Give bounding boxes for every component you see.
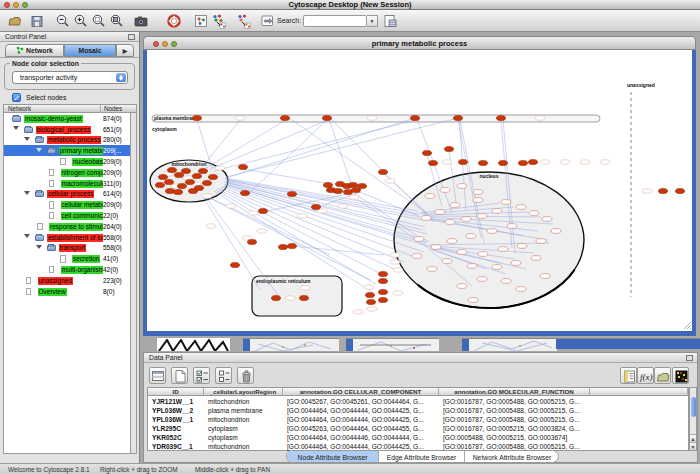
- graph-node[interactable]: [658, 188, 667, 193]
- tree-row[interactable]: multi-organism process42(0): [4, 264, 130, 275]
- table-row[interactable]: YJR121W__1mitochondrion[GO:0045267, GO:0…: [148, 397, 688, 406]
- graph-node[interactable]: [258, 208, 267, 213]
- graph-node-outline[interactable]: [435, 210, 445, 215]
- graph-node[interactable]: [453, 115, 462, 120]
- table-row[interactable]: YKR052Ccytoplasm[GO:0044464, GO:0044446,…: [148, 433, 688, 442]
- graph-node-outline[interactable]: [431, 245, 441, 250]
- search-input[interactable]: [303, 15, 367, 27]
- import-attributes-icon[interactable]: [654, 367, 671, 384]
- graph-node[interactable]: [177, 183, 186, 188]
- tab-edge-attribute-browser[interactable]: Edge Attribute Browser: [379, 451, 465, 463]
- zoom-in-icon[interactable]: [73, 13, 89, 29]
- expand-triangle-icon[interactable]: [24, 234, 30, 238]
- graph-node[interactable]: [158, 174, 167, 179]
- background-window-fragment[interactable]: [346, 338, 439, 351]
- graph-node-outline[interactable]: [501, 200, 511, 205]
- graph-node-outline[interactable]: [540, 274, 550, 279]
- graph-node[interactable]: [378, 271, 387, 276]
- graph-node[interactable]: [528, 159, 537, 164]
- attribute-table[interactable]: ID_cellularLayoutRegionannotation.GO CEL…: [147, 387, 689, 451]
- graph-node-outline[interactable]: [412, 254, 422, 259]
- search-dropdown-arrow[interactable]: ▼: [367, 15, 378, 27]
- tree-row[interactable]: metabolic process280(0): [4, 135, 130, 146]
- table-row[interactable]: YLR295Ccytoplasm[GO:0045263, GO:0044464,…: [148, 424, 688, 433]
- tab-overflow-button[interactable]: ▶: [116, 44, 134, 57]
- tree-scrollbar[interactable]: [131, 113, 137, 454]
- table-row[interactable]: YPL036W__1mitochondrion[GO:0044464, GO:0…: [148, 415, 688, 424]
- graph-node[interactable]: [155, 182, 164, 187]
- expand-triangle-icon[interactable]: [24, 191, 30, 195]
- graph-node-outline[interactable]: [427, 267, 437, 272]
- graph-node[interactable]: [280, 115, 289, 120]
- column-header[interactable]: ID: [148, 388, 204, 396]
- graph-node-outline[interactable]: [442, 259, 452, 264]
- graph-node[interactable]: [173, 189, 182, 194]
- graph-node[interactable]: [165, 188, 174, 193]
- tree-row[interactable]: nucleobase-containing compound209(0): [4, 156, 130, 167]
- graph-edge[interactable]: [206, 120, 286, 168]
- layout-icon-1[interactable]: [211, 13, 227, 29]
- zoom-out-icon[interactable]: [55, 13, 71, 29]
- graph-edge[interactable]: [246, 120, 327, 196]
- graph-edge[interactable]: [292, 246, 384, 255]
- graph-node-outline[interactable]: [516, 205, 526, 210]
- column-header[interactable]: _cellularLayoutRegion: [204, 388, 283, 396]
- graph-node-outline[interactable]: [450, 203, 460, 208]
- graph-node[interactable]: [444, 146, 453, 151]
- graph-node-outline[interactable]: [445, 220, 455, 225]
- background-window-thumbnail[interactable]: [157, 338, 230, 351]
- graph-node[interactable]: [410, 115, 419, 120]
- graph-node[interactable]: [323, 182, 332, 187]
- graph-node-outline[interactable]: [492, 265, 502, 270]
- tree-row[interactable]: Overview8(0): [4, 286, 130, 297]
- graph-edge[interactable]: [226, 118, 415, 178]
- tree-row[interactable]: transport558(0): [4, 243, 130, 254]
- graph-node[interactable]: [422, 150, 431, 155]
- graph-node[interactable]: [496, 115, 505, 120]
- expand-triangle-icon[interactable]: [13, 126, 19, 130]
- graph-node[interactable]: [167, 167, 176, 172]
- show-attribute-table-icon[interactable]: [149, 367, 166, 384]
- graph-node[interactable]: [458, 159, 467, 164]
- tree-row[interactable]: cellular metabolic process209(0): [4, 199, 130, 210]
- graph-node[interactable]: [322, 115, 331, 120]
- network-overview-icon[interactable]: [193, 13, 209, 29]
- graph-node-outline[interactable]: [414, 237, 424, 242]
- zoom-selected-icon[interactable]: [91, 13, 107, 29]
- graph-node[interactable]: [208, 174, 217, 179]
- graph-node-outline[interactable]: [511, 261, 521, 266]
- graph-node-outline[interactable]: [477, 277, 487, 282]
- graph-node[interactable]: [357, 183, 366, 188]
- graph-node[interactable]: [247, 239, 256, 244]
- graph-node[interactable]: [192, 115, 201, 120]
- snapshot-icon[interactable]: [133, 13, 149, 29]
- tree-row[interactable]: cell communication22(0): [4, 210, 130, 221]
- scrollbar-thumb[interactable]: [691, 397, 696, 417]
- graph-node-outline[interactable]: [529, 211, 539, 216]
- formula-builder-icon[interactable]: f(x): [637, 367, 654, 384]
- graph-node[interactable]: [365, 292, 374, 297]
- graph-node[interactable]: [378, 289, 387, 294]
- graph-node-outline[interactable]: [542, 217, 552, 222]
- graph-node[interactable]: [271, 295, 280, 300]
- tree-row[interactable]: biological_process651(0): [4, 124, 130, 135]
- graph-node[interactable]: [230, 262, 239, 267]
- graph-node-outline[interactable]: [425, 194, 435, 199]
- network-canvas[interactable]: plasma membranecytoplasmmitochondrionnuc…: [147, 50, 692, 331]
- graph-node[interactable]: [478, 160, 487, 165]
- tree-row[interactable]: mosaic-demo-yeast874(0): [4, 113, 130, 124]
- graph-node-outline[interactable]: [473, 190, 483, 195]
- tree-row[interactable]: cellular process614(0): [4, 189, 130, 200]
- tree-row[interactable]: response to stimulus264(0): [4, 221, 130, 232]
- graph-node-outline[interactable]: [468, 298, 478, 303]
- unselect-attributes-icon[interactable]: [215, 367, 232, 384]
- graph-node[interactable]: [192, 173, 201, 178]
- tree-row[interactable]: secretion41(0): [4, 253, 130, 264]
- graph-node[interactable]: [378, 169, 387, 174]
- graph-node[interactable]: [675, 188, 684, 193]
- tab-mosaic[interactable]: Mosaic: [64, 44, 116, 57]
- graph-node-outline[interactable]: [440, 188, 450, 193]
- graph-node-outline[interactable]: [473, 198, 483, 203]
- scroll-up-icon[interactable]: ▲: [690, 434, 696, 442]
- graph-node[interactable]: [287, 243, 296, 248]
